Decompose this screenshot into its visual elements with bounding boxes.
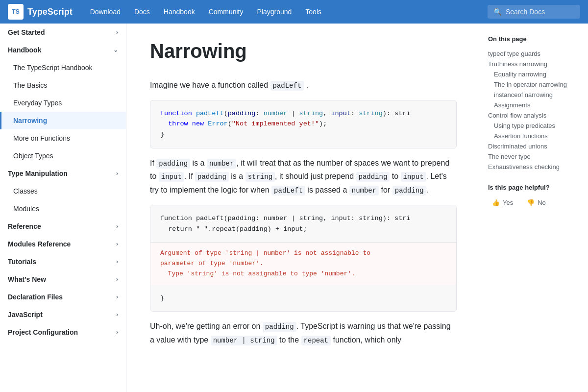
thumbs-down-icon: 👎 <box>527 199 535 206</box>
code-number-1: number <box>207 159 236 169</box>
sidebar-item-whats-new[interactable]: What's New › <box>0 270 126 288</box>
helpful-no-button[interactable]: 👎 No <box>523 197 550 208</box>
right-panel: On this page typeof type guards Truthine… <box>480 24 588 392</box>
code-padding-2: padding <box>195 172 229 182</box>
search-icon: 🔍 <box>493 8 502 16</box>
top-nav: TS TypeScript Download Docs Handbook Com… <box>0 0 588 24</box>
nav-tools[interactable]: Tools <box>299 5 327 19</box>
sidebar-item-classes[interactable]: Classes <box>0 182 126 200</box>
page-prose: Imagine we have a function called padLef… <box>150 78 457 347</box>
sidebar-label-object-types: Object Types <box>13 152 53 160</box>
sidebar-item-javascript[interactable]: JavaScript › <box>0 306 126 323</box>
sidebar-label-ts-handbook: The TypeScript Handbook <box>13 64 93 72</box>
search-text: Search Docs <box>506 8 545 16</box>
sidebar-item-type-manipulation[interactable]: Type Manipulation › <box>0 165 126 182</box>
nav-handbook[interactable]: Handbook <box>158 5 201 19</box>
helpful-title: Is this page helpful? <box>488 184 580 191</box>
chevron-right-icon-9: › <box>116 329 118 336</box>
logo[interactable]: TS TypeScript <box>8 4 73 20</box>
sidebar-label-everyday-types: Everyday Types <box>13 99 62 107</box>
toc-assertion-functions[interactable]: Assertion functions <box>488 131 580 141</box>
sidebar-item-modules[interactable]: Modules <box>0 200 126 218</box>
chevron-right-icon: › <box>116 29 118 36</box>
nav-download[interactable]: Download <box>84 5 126 19</box>
toc-type-predicates[interactable]: Using type predicates <box>488 121 580 131</box>
layout: Get Started › Handbook ⌄ The TypeScript … <box>0 24 588 392</box>
intro-text: Imagine we have a function called <box>150 81 268 89</box>
sidebar-label-classes: Classes <box>13 187 38 195</box>
code-input-2: input <box>401 172 426 182</box>
helpful-no-label: No <box>538 199 546 206</box>
code-padding-4: padding <box>392 186 426 196</box>
sidebar-item-narrowing[interactable]: Narrowing <box>0 112 126 129</box>
nav-community[interactable]: Community <box>203 5 249 19</box>
code-padding-3: padding <box>356 172 390 182</box>
chevron-right-icon-3: › <box>116 223 118 230</box>
sidebar-item-modules-reference[interactable]: Modules Reference › <box>0 235 126 253</box>
chevron-right-icon-8: › <box>116 311 118 318</box>
code-block-1: function padLeft(padding: number | strin… <box>150 100 457 148</box>
sidebar-item-get-started[interactable]: Get Started › <box>0 24 126 41</box>
error-part-2: Argument of type 'string | number' is no… <box>150 242 456 285</box>
intro-end: . <box>306 81 308 89</box>
page-title: Narrowing <box>150 39 457 63</box>
main-content: Narrowing Imagine we have a function cal… <box>126 24 480 392</box>
sidebar-item-declaration-files[interactable]: Declaration Files › <box>0 288 126 306</box>
sidebar-label-modules-reference: Modules Reference <box>8 240 71 248</box>
sidebar-item-tutorials[interactable]: Tutorials › <box>0 253 126 270</box>
toc-typeof-guards[interactable]: typeof type guards <box>488 49 580 59</box>
helpful-yes-label: Yes <box>503 199 513 206</box>
toc-discriminated-unions[interactable]: Discriminated unions <box>488 141 580 151</box>
toc-never-type[interactable]: The never type <box>488 151 580 162</box>
nav-playground[interactable]: Playground <box>251 5 297 19</box>
code-part-2: function padLeft(padding: number | strin… <box>150 205 456 242</box>
search-bar[interactable]: 🔍 Search Docs <box>488 5 580 19</box>
helpful-section: Is this page helpful? 👍 Yes 👎 No <box>488 184 580 208</box>
helpful-yes-button[interactable]: 👍 Yes <box>488 197 517 208</box>
nav-links: Download Docs Handbook Community Playgro… <box>84 5 488 19</box>
sidebar-label-handbook: Handbook <box>8 46 41 54</box>
chevron-down-icon: ⌄ <box>113 47 118 53</box>
code-padding-1: padding <box>156 159 190 169</box>
sidebar-label-tutorials: Tutorials <box>8 258 36 266</box>
sidebar-item-reference[interactable]: Reference › <box>0 218 126 235</box>
sidebar-item-project-config[interactable]: Project Configuration › <box>0 323 126 341</box>
code-padleft-2: padLeft <box>271 186 305 196</box>
sidebar-label-declaration-files: Declaration Files <box>8 293 63 301</box>
sidebar-label-javascript: JavaScript <box>8 311 43 318</box>
chevron-right-icon-6: › <box>116 276 118 283</box>
paragraph-1: If padding is a number, it will treat th… <box>150 156 457 197</box>
sidebar-item-object-types[interactable]: Object Types <box>0 147 126 165</box>
nav-docs[interactable]: Docs <box>128 5 156 19</box>
toc-equality[interactable]: Equality narrowing <box>488 69 580 79</box>
code-string-1: string <box>245 172 275 182</box>
code-number-2: number <box>349 186 379 196</box>
code-number-string: number | string <box>211 336 277 345</box>
sidebar-item-ts-handbook[interactable]: The TypeScript Handbook <box>0 59 126 76</box>
sidebar-label-more-on-functions: More on Functions <box>13 134 70 142</box>
toc-exhaustiveness[interactable]: Exhaustiveness checking <box>488 162 580 172</box>
toc-assignments[interactable]: Assignments <box>488 100 580 110</box>
logo-text: TypeScript <box>27 7 73 17</box>
sidebar-item-more-on-functions[interactable]: More on Functions <box>0 129 126 147</box>
sidebar-label-modules: Modules <box>13 205 39 213</box>
toc-title: On this page <box>488 35 580 43</box>
code-repeat: repeat <box>301 336 331 345</box>
toc-in-operator[interactable]: The in operator narrowing <box>488 79 580 90</box>
toc-control-flow[interactable]: Control flow analysis <box>488 110 580 121</box>
sidebar-label-whats-new: What's New <box>8 275 46 283</box>
logo-icon: TS <box>8 4 24 20</box>
chevron-right-icon-5: › <box>116 258 118 265</box>
paragraph-2: Uh-oh, we're getting an error on padding… <box>150 319 457 347</box>
helpful-buttons: 👍 Yes 👎 No <box>488 197 580 208</box>
toc-instanceof[interactable]: instanceof narrowing <box>488 90 580 100</box>
chevron-right-icon-2: › <box>116 170 118 177</box>
toc-truthiness[interactable]: Truthiness narrowing <box>488 59 580 69</box>
sidebar-item-everyday-types[interactable]: Everyday Types <box>0 94 126 112</box>
sidebar-label-narrowing: Narrowing <box>13 117 47 124</box>
thumbs-up-icon: 👍 <box>492 199 500 206</box>
intro-paragraph: Imagine we have a function called padLef… <box>150 78 457 92</box>
chevron-right-icon-4: › <box>116 241 118 247</box>
sidebar-item-handbook[interactable]: Handbook ⌄ <box>0 41 126 59</box>
sidebar-item-the-basics[interactable]: The Basics <box>0 76 126 94</box>
